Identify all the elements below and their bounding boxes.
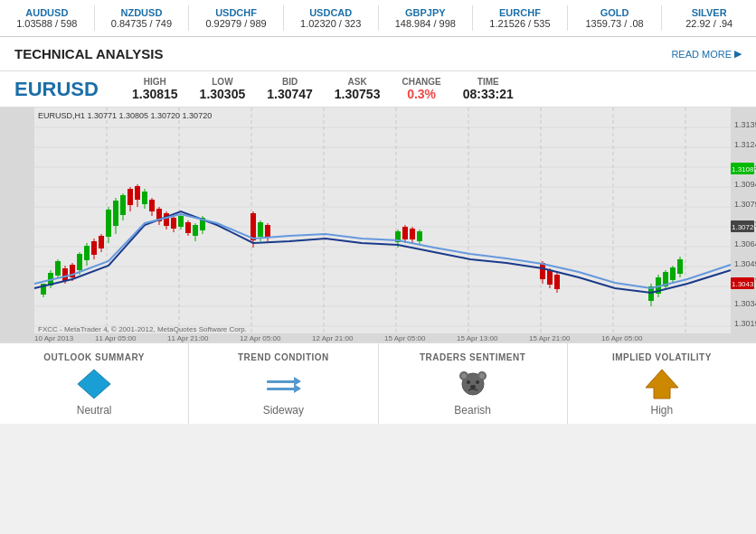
arrows-icon [265, 368, 301, 400]
ticker-value-usdcad: 1.02320 / 323 [288, 18, 374, 29]
svg-text:16 Apr 05:00: 16 Apr 05:00 [601, 334, 643, 342]
svg-text:1.30790: 1.30790 [734, 200, 756, 209]
svg-rect-65 [128, 189, 133, 205]
svg-point-137 [476, 380, 479, 384]
ticker-bar: AUDUSD 1.03588 / 598 NZDUSD 0.84735 / 74… [0, 0, 756, 37]
svg-text:1.30940: 1.30940 [734, 180, 756, 189]
ticker-item-nzdusd[interactable]: NZDUSD 0.84735 / 749 [95, 5, 190, 31]
stat-ask: ASK 1.30753 [335, 77, 381, 101]
stat-bid-label: BID [267, 77, 313, 87]
stat-high: HIGH 1.30815 [132, 77, 178, 101]
ticker-item-audusd[interactable]: AUDUSD 1.03588 / 598 [0, 5, 95, 31]
ticker-label-usdchf: USDCHF [193, 7, 279, 18]
ticker-item-gbpjpy[interactable]: GBPJPY 148.984 / 998 [379, 5, 474, 31]
ticker-item-eurchf[interactable]: EURCHF 1.21526 / 535 [473, 5, 568, 31]
svg-rect-77 [171, 218, 176, 229]
svg-point-134 [461, 373, 467, 379]
svg-text:15 Apr 13:00: 15 Apr 13:00 [457, 334, 498, 342]
bear-icon [455, 368, 491, 400]
svg-text:1.30190: 1.30190 [734, 319, 756, 328]
stat-bid-value: 1.30747 [267, 87, 313, 101]
svg-text:12 Apr 05:00: 12 Apr 05:00 [240, 334, 281, 342]
svg-rect-45 [55, 261, 61, 276]
svg-point-138 [470, 385, 476, 389]
stat-bid: BID 1.30747 [267, 77, 313, 101]
svg-marker-128 [294, 377, 301, 386]
instrument-stats: HIGH 1.30815 LOW 1.30305 BID 1.30747 ASK… [132, 77, 742, 101]
read-more-link[interactable]: READ MORE ▶ [671, 48, 742, 60]
svg-rect-83 [193, 225, 198, 236]
svg-text:11 Apr 21:00: 11 Apr 21:00 [167, 334, 209, 342]
instrument-name: EURUSD [14, 78, 114, 101]
stat-high-value: 1.30815 [132, 87, 178, 101]
svg-point-136 [467, 380, 470, 384]
ticker-value-gbpjpy: 148.984 / 998 [383, 18, 469, 29]
svg-text:EURUSD,H1  1.30771  1.30805  1: EURUSD,H1 1.30771 1.30805 1.30720 1.3072… [38, 111, 212, 120]
chart-container[interactable]: 1.31390 1.31240 1.31087 1.30940 1.30790 … [0, 108, 756, 342]
svg-rect-75 [164, 213, 169, 226]
analysis-trend: TREND CONDITION Sideway [189, 343, 378, 424]
svg-text:10 Apr 2013: 10 Apr 2013 [34, 334, 74, 342]
svg-rect-71 [149, 200, 155, 211]
stat-low: LOW 1.30305 [200, 77, 246, 101]
analysis-outlook-value: Neutral [4, 404, 184, 417]
svg-rect-89 [258, 222, 263, 237]
instrument-bar: EURUSD HIGH 1.30815 LOW 1.30305 BID 1.30… [0, 71, 756, 108]
stat-low-value: 1.30305 [200, 87, 246, 101]
up-arrow-icon [644, 368, 680, 400]
stat-time-label: TIME [463, 77, 514, 87]
ticker-value-audusd: 1.03588 / 598 [4, 18, 90, 29]
svg-rect-63 [120, 195, 126, 215]
analysis-sentiment: TRADERS SENTIMENT Bearish [379, 343, 568, 424]
stat-change-value: 0.3% [402, 87, 440, 101]
analysis-outlook: OUTLOOK SUMMARY Neutral [0, 343, 189, 424]
svg-rect-69 [142, 192, 147, 204]
stat-high-label: HIGH [132, 77, 178, 87]
analysis-sentiment-label: TRADERS SENTIMENT [383, 352, 563, 362]
svg-rect-103 [547, 270, 553, 285]
svg-text:1.30340: 1.30340 [734, 299, 756, 308]
section-header: TECHNICAL ANALYSIS READ MORE ▶ [0, 37, 756, 71]
ticker-value-silver: 22.92 / .94 [666, 18, 752, 29]
svg-rect-57 [99, 236, 104, 248]
analysis-trend-label: TREND CONDITION [193, 352, 373, 362]
section-title: TECHNICAL ANALYSIS [14, 46, 163, 61]
ticker-item-gold[interactable]: GOLD 1359.73 / .08 [568, 5, 663, 31]
analysis-trend-value: Sideway [193, 404, 373, 417]
ticker-item-silver[interactable]: SILVER 22.92 / .94 [662, 5, 756, 31]
svg-text:1.30435: 1.30435 [732, 280, 756, 288]
svg-marker-126 [78, 370, 110, 398]
svg-text:15 Apr 21:00: 15 Apr 21:00 [529, 334, 571, 342]
stat-change: CHANGE 0.3% [402, 77, 440, 101]
svg-rect-53 [84, 246, 90, 260]
svg-rect-101 [540, 263, 545, 279]
svg-rect-113 [670, 267, 676, 280]
ticker-item-usdchf[interactable]: USDCHF 0.92979 / 989 [189, 5, 284, 31]
chart-svg: 1.31390 1.31240 1.31087 1.30940 1.30790 … [0, 108, 756, 342]
analysis-volatility: IMPLIED VOLATILITY High [568, 343, 756, 424]
svg-rect-51 [77, 254, 82, 270]
svg-rect-97 [410, 229, 415, 239]
svg-rect-47 [62, 268, 68, 281]
stat-ask-label: ASK [335, 77, 381, 87]
analysis-section: OUTLOOK SUMMARY Neutral TREND CONDITION … [0, 342, 756, 424]
read-more-text: READ MORE [671, 49, 732, 60]
svg-rect-99 [417, 231, 422, 241]
svg-text:1.30720: 1.30720 [732, 223, 756, 231]
stat-low-label: LOW [200, 77, 246, 87]
svg-text:1.30640: 1.30640 [734, 239, 756, 248]
ticker-label-nzdusd: NZDUSD [99, 7, 185, 18]
svg-text:1.31390: 1.31390 [734, 120, 756, 129]
ticker-label-gold: GOLD [572, 7, 658, 18]
svg-rect-115 [677, 259, 683, 274]
stat-ask-value: 1.30753 [335, 87, 381, 101]
svg-rect-67 [135, 186, 140, 200]
ticker-item-usdcad[interactable]: USDCAD 1.02320 / 323 [284, 5, 379, 31]
analysis-outlook-label: OUTLOOK SUMMARY [4, 352, 184, 362]
ticker-label-gbpjpy: GBPJPY [383, 7, 469, 18]
svg-rect-95 [402, 227, 408, 239]
analysis-sentiment-value: Bearish [383, 404, 563, 417]
svg-rect-55 [91, 241, 97, 255]
svg-point-135 [479, 373, 485, 379]
stat-change-label: CHANGE [402, 77, 440, 87]
